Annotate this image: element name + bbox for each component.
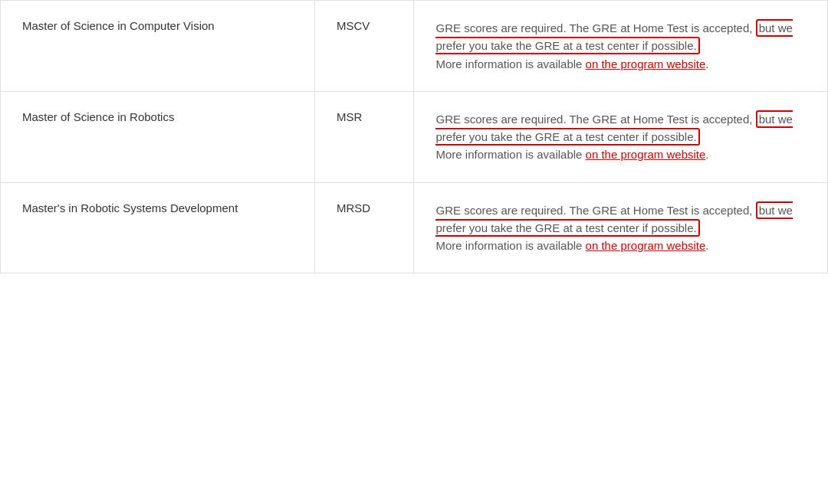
- table-row: Master of Science in RoboticsMSRGRE scor…: [1, 91, 828, 182]
- program-abbreviation: MSCV: [315, 1, 414, 92]
- info-after: More information is available: [435, 57, 585, 70]
- program-name: Master of Science in Computer Vision: [1, 1, 315, 92]
- info-before-highlight: GRE scores are required. The GRE at Home…: [435, 204, 755, 217]
- program-website-link[interactable]: on the program website: [586, 148, 706, 161]
- info-before-highlight: GRE scores are required. The GRE at Home…: [435, 21, 755, 34]
- info-text-block: GRE scores are required. The GRE at Home…: [435, 201, 806, 255]
- program-website-link[interactable]: on the program website: [586, 239, 706, 252]
- link-suffix: .: [705, 148, 708, 161]
- program-name: Master of Science in Robotics: [1, 91, 315, 182]
- info-after: More information is available: [435, 239, 585, 252]
- program-info: GRE scores are required. The GRE at Home…: [414, 91, 828, 182]
- info-after: More information is available: [435, 148, 585, 161]
- info-text-block: GRE scores are required. The GRE at Home…: [435, 110, 806, 164]
- link-suffix: .: [705, 57, 708, 70]
- program-abbreviation: MSR: [315, 91, 414, 182]
- program-info: GRE scores are required. The GRE at Home…: [414, 182, 828, 273]
- info-before-highlight: GRE scores are required. The GRE at Home…: [435, 113, 755, 126]
- program-name: Master's in Robotic Systems Development: [1, 182, 315, 273]
- program-website-link[interactable]: on the program website: [586, 57, 706, 70]
- program-abbreviation: MRSD: [315, 182, 414, 273]
- info-text-block: GRE scores are required. The GRE at Home…: [435, 19, 806, 73]
- table-row: Master's in Robotic Systems DevelopmentM…: [1, 182, 828, 273]
- link-suffix: .: [705, 239, 708, 252]
- table-row: Master of Science in Computer VisionMSCV…: [1, 1, 828, 92]
- program-info: GRE scores are required. The GRE at Home…: [414, 1, 828, 92]
- programs-table: Master of Science in Computer VisionMSCV…: [0, 0, 828, 273]
